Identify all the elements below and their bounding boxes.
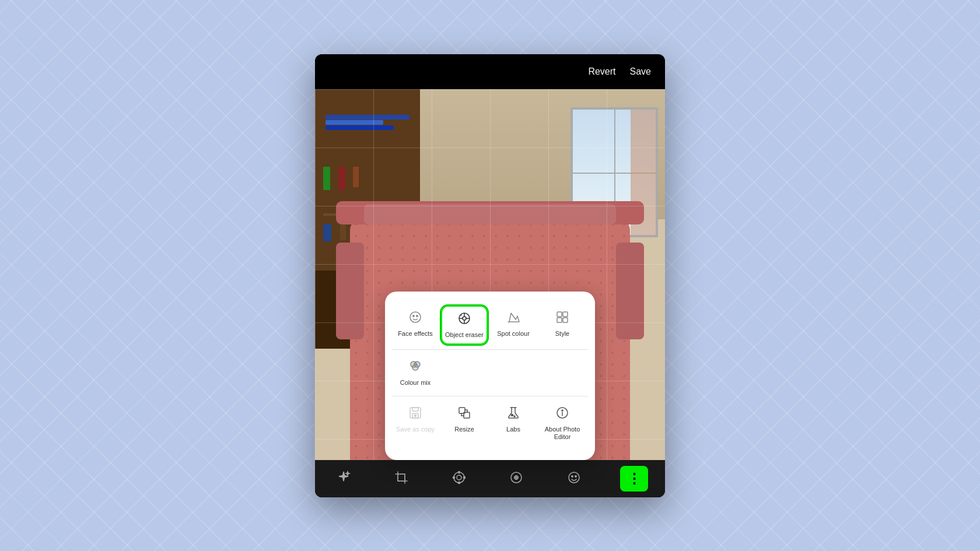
labs-item[interactable]: Labs [490, 401, 537, 438]
sparkle-icon [337, 471, 351, 487]
popup-section-3: Save as copy Resize [392, 396, 588, 450]
colour-mix-label: Colour mix [400, 379, 431, 387]
popup-section-1: Face effects Object eraser [392, 301, 588, 349]
emoji-icon [567, 471, 581, 487]
object-eraser-item[interactable]: Object eraser [441, 306, 488, 345]
bottom-toolbar: ⋮ [315, 460, 665, 497]
save-button[interactable]: Save [630, 66, 651, 77]
save-as-copy-item[interactable]: Save as copy [392, 401, 439, 438]
colour-mix-icon [408, 359, 422, 375]
about-photo-editor-item[interactable]: About Photo Editor [539, 401, 586, 445]
svg-point-33 [453, 476, 454, 478]
svg-point-30 [457, 475, 461, 480]
svg-rect-28 [398, 474, 405, 481]
svg-point-15 [412, 364, 418, 370]
labs-label: Labs [506, 426, 520, 433]
svg-rect-17 [412, 408, 418, 411]
adjust-icon [509, 471, 523, 487]
save-as-copy-label: Save as copy [396, 426, 435, 433]
more-options-button[interactable]: ⋮ [620, 466, 648, 492]
about-photo-editor-label: About Photo Editor [541, 426, 583, 441]
svg-rect-11 [557, 318, 562, 322]
svg-point-40 [572, 475, 573, 476]
svg-point-2 [416, 315, 418, 317]
svg-point-34 [463, 476, 465, 478]
spot-colour-item[interactable]: Spot colour [490, 306, 537, 342]
resize-label: Resize [454, 426, 474, 433]
popup-menu: Face effects Object eraser [385, 292, 595, 460]
adjust-button[interactable] [505, 468, 528, 489]
top-bar: Revert Save [315, 54, 665, 89]
face-effects-icon [408, 310, 422, 327]
svg-rect-12 [563, 318, 568, 322]
colour-mix-item[interactable]: Colour mix [392, 355, 439, 391]
emoji-button[interactable] [562, 468, 586, 489]
about-icon [555, 406, 569, 422]
more-icon: ⋮ [627, 472, 641, 486]
effects-icon [452, 471, 466, 487]
labs-icon [506, 406, 520, 422]
spot-colour-icon [506, 310, 520, 327]
svg-point-41 [575, 475, 576, 476]
svg-point-0 [410, 312, 421, 322]
style-icon [555, 310, 569, 327]
object-eraser-icon [457, 311, 471, 328]
svg-point-24 [514, 416, 515, 417]
save-as-copy-icon [408, 406, 422, 422]
svg-point-1 [413, 315, 414, 317]
svg-point-19 [415, 415, 416, 417]
svg-point-39 [569, 472, 579, 483]
crop-icon [394, 471, 408, 487]
resize-item[interactable]: Resize [441, 401, 488, 438]
svg-point-29 [454, 472, 464, 483]
svg-point-23 [512, 415, 513, 416]
resize-icon [457, 406, 471, 422]
svg-point-31 [458, 471, 460, 473]
object-eraser-label: Object eraser [445, 331, 484, 339]
sparkle-button[interactable] [332, 468, 355, 489]
effects-button[interactable] [447, 468, 471, 489]
svg-point-27 [562, 410, 563, 411]
app-window: Revert Save [315, 54, 665, 497]
face-effects-label: Face effects [398, 330, 433, 338]
svg-rect-10 [563, 312, 568, 317]
spot-colour-label: Spot colour [497, 330, 530, 338]
svg-point-4 [463, 317, 466, 320]
revert-button[interactable]: Revert [588, 66, 615, 77]
svg-point-32 [458, 482, 460, 483]
crop-button[interactable] [390, 468, 413, 489]
face-effects-item[interactable]: Face effects [392, 306, 439, 342]
style-label: Style [555, 330, 569, 338]
popup-section-2: Colour mix [392, 349, 588, 396]
svg-rect-9 [557, 312, 562, 317]
style-item[interactable]: Style [539, 306, 586, 342]
